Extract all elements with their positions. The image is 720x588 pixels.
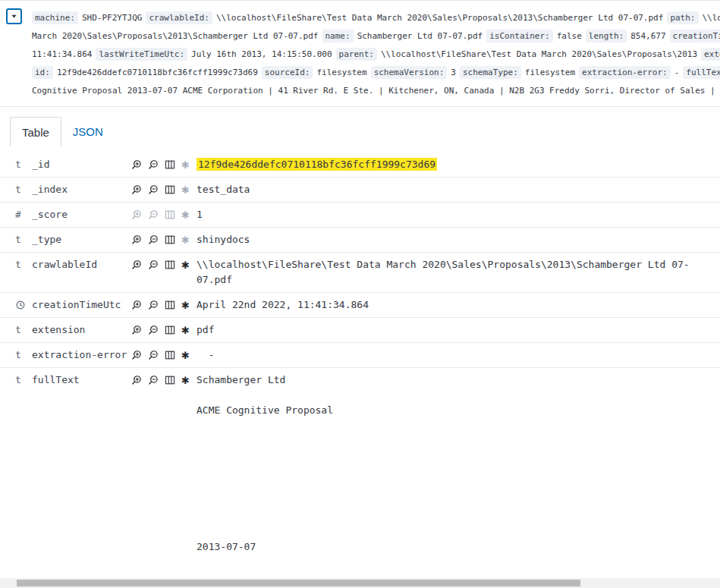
field-name-badge: length: [586,30,627,42]
field-filter-controls: ✱ [131,373,190,388]
field-filter-controls: ✱ [131,157,190,172]
field-name: crawlableId [32,257,131,272]
summary-line: Cognitive Proposal 2013-07-07 ACME Corpo… [32,82,720,100]
field-value-text: 11:41:34.864 [32,49,92,59]
field-value-text: \\localhost\FileShare\Test Data March 20… [381,49,697,59]
table-row: textraction-error✱ - [0,343,720,368]
magnify-plus-icon[interactable] [131,259,142,270]
field-type-string-icon: t [15,157,32,172]
horizontal-scrollbar[interactable] [0,578,720,588]
field-name: _score [32,207,131,222]
toggle-column-icon[interactable] [165,159,175,170]
field-value-text: Cognitive Proposal 2013-07-07 ACME Corpo… [32,86,720,96]
document-summary: machine:SHD-PF2YTJQGcrawlableId:\\localh… [0,0,720,107]
magnify-plus-icon[interactable] [131,350,142,360]
field-value: 12f9de426ddefc0710118bfc36fcff1999c73d69 [197,157,720,172]
table-row: tcrawlableId✱\\localhost\FileShare\Test … [0,253,720,293]
field-value-text: Schamberger Ltd 07-07.pdf [357,31,483,41]
field-type-string-icon: t [15,182,32,197]
field-name-badge: parent: [336,48,377,61]
field-name: extension [32,322,131,338]
field-value-text: false [557,31,582,41]
magnify-minus-icon[interactable] [148,300,159,310]
field-value-text: \\localhost\FileShare\Test Data March 20… [216,13,663,23]
field-type-string-icon: t [15,373,32,388]
magnify-plus-icon[interactable] [131,184,142,195]
table-row: t_id✱12f9de426ddefc0710118bfc36fcff1999c… [0,153,720,178]
table-row: creationTimeUtc✱April 22nd 2022, 11:41:3… [0,293,720,318]
field-name-badge: machine: [32,11,78,24]
field-value-text: \\localhost\FileShare\Test Data [703,13,720,23]
field-table: t_id✱12f9de426ddefc0710118bfc36fcff1999c… [0,153,720,559]
filter-for-field-present-icon: ✱ [181,160,190,170]
magnify-minus-icon[interactable] [148,184,159,195]
magnify-plus-icon [131,209,142,220]
field-value: test_data [197,182,720,197]
magnify-minus-icon[interactable] [148,259,159,270]
field-name-badge: name: [322,30,354,42]
field-name-badge: id: [32,66,53,79]
field-filter-controls: ✱ [131,207,190,222]
field-type-string-icon: t [15,257,32,272]
field-type-string-icon: t [15,322,32,338]
field-value: April 22nd 2022, 11:41:34.864 [197,297,720,313]
field-type-number-icon: # [15,207,32,222]
magnify-minus-icon[interactable] [148,350,159,360]
toggle-column-icon[interactable] [165,184,175,195]
magnify-minus-icon[interactable] [148,375,159,385]
field-value: - [197,347,720,363]
field-filter-controls: ✱ [131,297,190,313]
filter-for-field-present-icon[interactable]: ✱ [181,376,190,385]
toggle-column-icon[interactable] [165,375,175,385]
toggle-column-icon[interactable] [165,325,175,335]
magnify-minus-icon[interactable] [148,234,159,245]
field-name: fullText [32,373,131,388]
field-value: shinydocs [197,232,720,247]
table-row: #_score✱1 [0,203,720,228]
magnify-plus-icon[interactable] [131,234,142,245]
toggle-column-icon[interactable] [165,300,175,310]
filter-for-field-present-icon[interactable]: ✱ [181,300,190,310]
field-value-text: filesystem [525,68,575,77]
filter-for-field-present-icon[interactable]: ✱ [181,260,190,270]
field-value: Schamberger Ltd ACME Cognitive Proposal … [197,373,720,555]
collapse-row-toggle-button[interactable] [6,8,22,24]
field-filter-controls: ✱ [131,232,190,247]
filter-for-field-present-icon: ✱ [181,235,190,245]
scrollbar-thumb[interactable] [17,580,580,586]
field-value-text: - [674,68,680,77]
magnify-plus-icon[interactable] [131,325,142,335]
toggle-column-icon [165,209,175,220]
field-filter-controls: ✱ [131,257,190,272]
magnify-plus-icon[interactable] [131,159,142,170]
field-type-date-icon [15,297,32,310]
filter-for-field-present-icon[interactable]: ✱ [181,325,190,335]
tab-table[interactable]: Table [10,117,61,146]
field-name: extraction-error [32,347,131,363]
toggle-column-icon[interactable] [165,259,175,270]
filter-for-field-present-icon[interactable]: ✱ [181,351,190,360]
tab-json[interactable]: JSON [61,117,115,146]
summary-line: id:12f9de426ddefc0710118bfc36fcff1999c73… [32,64,720,82]
field-name-badge: fullText: [683,66,720,79]
highlighted-value: 12f9de426ddefc0710118bfc36fcff1999c73d69 [197,158,437,171]
summary-line: 11:41:34.864lastWriteTimeUtc:July 16th 2… [32,46,720,64]
toggle-column-icon[interactable] [165,234,175,245]
field-value: \\localhost\FileShare\Test Data March 20… [197,257,720,288]
field-name-badge: lastWriteTimeUtc: [96,48,187,61]
toggle-column-icon[interactable] [165,350,175,360]
summary-line: March 2020\Sales\Proposals\2013\Schamber… [32,27,720,46]
field-filter-controls: ✱ [131,347,190,363]
field-value-text: July 16th 2013, 14:15:50.000 [191,49,332,59]
field-name: _type [32,232,131,247]
field-value: 1 [197,207,720,222]
magnify-minus-icon[interactable] [148,159,159,170]
field-name-badge: creationTimeUtc: [670,30,720,42]
magnify-plus-icon[interactable] [131,375,142,385]
table-row: t_type✱shinydocs [0,228,720,253]
field-name-badge: schemaType: [460,66,521,79]
magnify-minus-icon[interactable] [148,325,159,335]
field-name-badge: schemaVersion: [371,66,448,79]
field-value-text: March 2020\Sales\Proposals\2013\Schamber… [32,31,319,41]
magnify-plus-icon[interactable] [131,300,142,310]
